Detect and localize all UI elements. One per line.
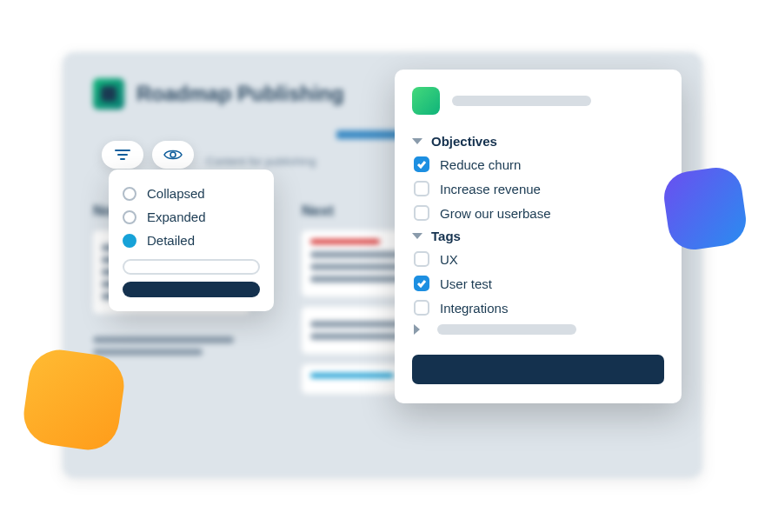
svg-point-0: [170, 152, 176, 157]
page-title: Roadmap Publishing: [136, 82, 344, 106]
checkbox-user-test[interactable]: User test: [412, 271, 664, 296]
primary-button[interactable]: [123, 282, 260, 297]
filter-pill-button[interactable]: [102, 141, 143, 169]
checkbox-icon: [414, 181, 429, 196]
secondary-button[interactable]: [123, 259, 260, 275]
checkbox-label: User test: [440, 276, 492, 291]
checkbox-label: Reduce churn: [440, 157, 521, 172]
view-option-detailed[interactable]: Detailed: [123, 229, 260, 252]
checkbox-icon: [414, 251, 429, 267]
checkbox-icon: [414, 205, 429, 221]
visibility-pill-button[interactable]: [152, 141, 194, 169]
section-toggle-collapsed[interactable]: [412, 320, 664, 339]
decorative-blob-blue: [661, 164, 749, 253]
section-toggle-tags[interactable]: Tags: [412, 225, 664, 247]
checkbox-checked-icon: [414, 156, 429, 172]
checkbox-integrations[interactable]: Integrations: [412, 296, 664, 320]
radio-icon: [123, 210, 136, 224]
popover-title-placeholder: [452, 96, 591, 106]
checkbox-reduce-churn[interactable]: Reduce churn: [412, 152, 664, 176]
checkbox-label: Integrations: [440, 301, 508, 316]
checkbox-icon: [414, 300, 429, 316]
section-title: Tags: [431, 229, 461, 243]
collapsed-section-placeholder: [437, 324, 576, 335]
app-logo: [93, 78, 124, 110]
filter-icon: [115, 149, 130, 161]
chevron-right-icon: [414, 324, 420, 335]
section-toggle-objectives[interactable]: Objectives: [412, 130, 664, 152]
filter-popover: Objectives Reduce churn Increase revenue…: [395, 70, 682, 403]
view-option-collapsed[interactable]: Collapsed: [123, 182, 260, 205]
checkbox-grow-userbase[interactable]: Grow our userbase: [412, 201, 664, 225]
checkbox-increase-revenue[interactable]: Increase revenue: [412, 176, 664, 201]
radio-icon-selected: [123, 234, 136, 248]
checkbox-ux[interactable]: UX: [412, 247, 664, 271]
section-title: Objectives: [431, 134, 497, 149]
view-option-label: Collapsed: [147, 186, 205, 201]
chevron-down-icon: [412, 138, 422, 144]
eye-icon: [163, 149, 183, 161]
view-option-label: Detailed: [147, 233, 195, 248]
view-mode-popover: Collapsed Expanded Detailed: [109, 170, 274, 311]
apply-button[interactable]: [412, 355, 664, 384]
view-option-expanded[interactable]: Expanded: [123, 205, 260, 229]
color-swatch: [412, 87, 440, 115]
chevron-down-icon: [412, 233, 422, 239]
radio-icon: [123, 187, 136, 201]
view-option-label: Expanded: [147, 209, 206, 224]
checkbox-label: Increase revenue: [440, 182, 541, 196]
checkbox-label: UX: [440, 252, 458, 267]
decorative-blob-yellow: [20, 346, 128, 454]
checkbox-checked-icon: [414, 276, 429, 291]
checkbox-label: Grow our userbase: [440, 206, 551, 221]
